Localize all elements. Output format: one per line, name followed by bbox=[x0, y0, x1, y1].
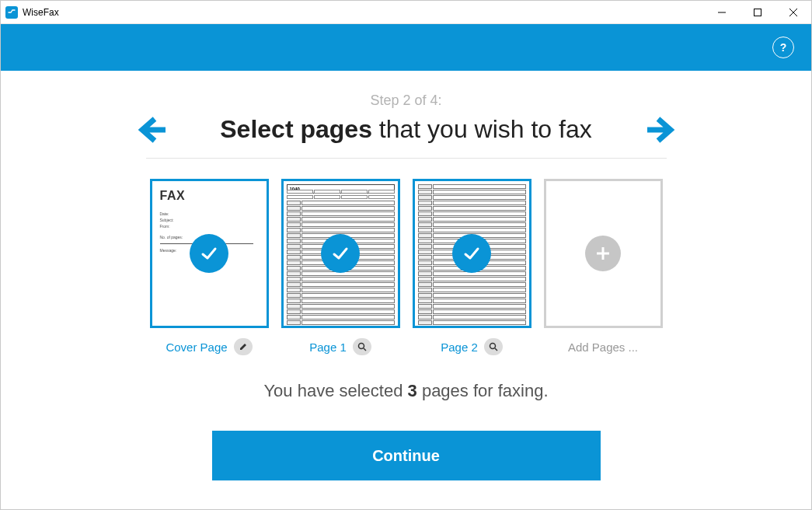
svg-point-6 bbox=[490, 344, 495, 349]
check-icon bbox=[462, 243, 482, 264]
summary-suffix: pages for faxing. bbox=[417, 381, 549, 400]
continue-button[interactable]: Continue bbox=[212, 431, 601, 480]
summary-count: 3 bbox=[408, 381, 417, 400]
continue-label: Continue bbox=[372, 447, 440, 465]
thumb-label[interactable]: Cover Page bbox=[166, 341, 227, 354]
titlebar: WiseFax bbox=[1, 1, 811, 24]
edit-cover-button[interactable] bbox=[234, 338, 253, 355]
svg-point-4 bbox=[358, 344, 364, 349]
next-step-button[interactable] bbox=[644, 113, 678, 147]
svg-line-5 bbox=[364, 348, 366, 351]
selection-summary: You have selected 3 pages for faxing. bbox=[263, 381, 548, 401]
cover-field: Date: bbox=[160, 211, 259, 217]
add-circle bbox=[585, 236, 621, 271]
summary-prefix: You have selected bbox=[263, 381, 407, 400]
header-band: ? bbox=[1, 24, 811, 71]
title-row: Select pages that you wish to fax bbox=[142, 115, 671, 144]
thumb-label-row: Page 1 bbox=[309, 337, 371, 356]
svg-rect-1 bbox=[754, 9, 761, 16]
prev-step-button[interactable] bbox=[134, 113, 169, 147]
maximize-icon bbox=[754, 9, 761, 16]
minimize-icon bbox=[718, 9, 726, 16]
thumb-label[interactable]: Page 1 bbox=[309, 341, 347, 354]
thumb-card-cover: FAX Date: Subject: From: No. of pages: M… bbox=[150, 179, 269, 356]
titlebar-left: WiseFax bbox=[5, 6, 59, 19]
window-controls bbox=[704, 1, 811, 24]
page-title: Select pages that you wish to fax bbox=[220, 115, 591, 144]
add-pages-button[interactable] bbox=[544, 179, 663, 328]
thumb-label-row: Page 2 bbox=[441, 337, 503, 356]
magnifier-icon bbox=[357, 342, 367, 351]
help-button[interactable]: ? bbox=[772, 37, 794, 58]
svg-line-7 bbox=[495, 348, 497, 351]
plus-icon bbox=[594, 245, 612, 262]
close-icon bbox=[789, 9, 797, 16]
thumb-card-page1: 1040 bbox=[281, 179, 400, 356]
thumb-card-add: Add Pages ... bbox=[544, 179, 663, 356]
pencil-icon bbox=[239, 342, 248, 351]
cover-field: Subject: bbox=[160, 217, 259, 223]
page-thumbnail[interactable]: 1040 bbox=[281, 179, 400, 328]
step-indicator: Step 2 of 4: bbox=[370, 93, 441, 109]
check-icon bbox=[199, 243, 219, 264]
thumb-card-page2: Page 2 bbox=[413, 179, 531, 356]
close-button[interactable] bbox=[775, 1, 811, 24]
arrow-right-icon bbox=[646, 116, 677, 144]
divider bbox=[146, 158, 667, 159]
selected-badge bbox=[190, 234, 228, 273]
thumb-label[interactable]: Page 2 bbox=[441, 341, 478, 354]
app-window: WiseFax ? Step 2 of 4: bbox=[0, 0, 812, 510]
minimize-button[interactable] bbox=[704, 1, 740, 24]
thumb-label-row: Add Pages ... bbox=[568, 337, 638, 356]
wizard-content: Step 2 of 4: Select pages that you wish … bbox=[1, 71, 811, 509]
add-pages-label[interactable]: Add Pages ... bbox=[568, 341, 638, 354]
zoom-page-button[interactable] bbox=[484, 338, 503, 355]
selected-badge bbox=[321, 234, 360, 273]
page-title-rest: that you wish to fax bbox=[372, 115, 592, 143]
page-title-bold: Select pages bbox=[220, 115, 372, 143]
page-thumbnails: FAX Date: Subject: From: No. of pages: M… bbox=[150, 179, 663, 356]
thumb-label-row: Cover Page bbox=[166, 337, 252, 356]
app-icon bbox=[5, 6, 18, 19]
page-thumbnail[interactable] bbox=[413, 179, 531, 328]
zoom-page-button[interactable] bbox=[353, 338, 371, 355]
selected-badge bbox=[452, 234, 491, 273]
page-thumbnail[interactable]: FAX Date: Subject: From: No. of pages: M… bbox=[150, 179, 269, 328]
cover-field: From: bbox=[160, 223, 259, 229]
arrow-left-icon bbox=[136, 116, 167, 144]
check-icon bbox=[330, 243, 350, 264]
cover-heading: FAX bbox=[160, 189, 259, 203]
help-icon: ? bbox=[780, 41, 787, 54]
magnifier-icon bbox=[489, 342, 498, 351]
window-title: WiseFax bbox=[23, 7, 59, 18]
maximize-button[interactable] bbox=[740, 1, 775, 24]
